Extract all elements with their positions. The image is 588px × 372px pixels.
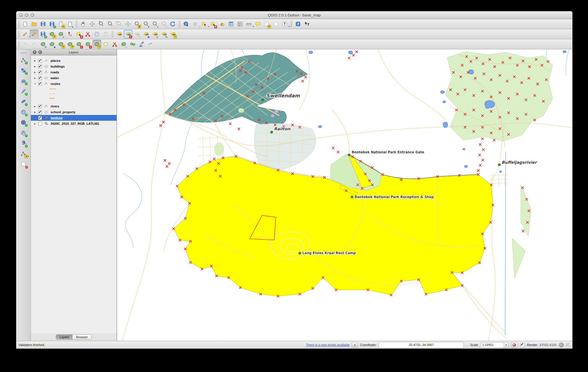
zoom-native-button[interactable]: 1:1 xyxy=(115,20,123,28)
map-canvas[interactable]: SwellendamRailtonBontebok National Park … xyxy=(117,49,572,341)
open-attribute-table-button[interactable] xyxy=(227,20,235,28)
minimize-window-button[interactable] xyxy=(25,13,28,17)
cut-features-button[interactable] xyxy=(84,30,92,38)
pan-map-button[interactable] xyxy=(79,20,88,28)
undo-button[interactable] xyxy=(21,40,29,49)
rotate-point-symbols-button[interactable] xyxy=(146,40,155,49)
add-part-button[interactable]: ★ xyxy=(66,40,74,49)
merge-feature-attributes-button[interactable] xyxy=(137,40,146,49)
layer-item-school_property[interactable]: ▶school_property xyxy=(31,109,117,115)
panel-float-icon[interactable]: ◱ xyxy=(38,50,42,54)
remove-layer-button[interactable]: − xyxy=(19,159,28,169)
add-wfs-layer-button[interactable]: + xyxy=(19,128,28,137)
add-oracle-layer-button[interactable]: + xyxy=(19,139,28,148)
identify-features-button[interactable] xyxy=(182,20,191,28)
show-hide-labels-button[interactable]: ◉ xyxy=(142,30,150,38)
add-spatialite-layer-button[interactable]: + xyxy=(19,87,28,96)
add-postgis-layer-button[interactable]: + xyxy=(19,76,28,85)
layer-expander-icon[interactable]: ▼ xyxy=(33,83,37,85)
simplify-feature-button[interactable]: ◆ xyxy=(48,40,56,49)
zoom-window-button[interactable] xyxy=(31,13,34,17)
rotate-label-button[interactable]: ↻ xyxy=(160,30,168,38)
change-label-properties-button[interactable]: ✎ xyxy=(169,30,177,38)
project-save-as-button[interactable]: ✎ xyxy=(48,20,56,28)
add-feature-button[interactable]: ★ xyxy=(48,30,56,38)
composer-manager-button[interactable]: s xyxy=(66,20,74,28)
layer-item-places[interactable]: ▶places xyxy=(31,58,117,64)
panel-tab-browser[interactable]: Browser xyxy=(73,335,91,339)
zoom-in-button[interactable]: + xyxy=(97,20,106,28)
layer-item-3420C_2010_327_RGB_LATLNG[interactable]: ▶3420C_2010_327_RGB_LATLNG xyxy=(31,121,117,127)
layer-expander-icon[interactable]: ▶ xyxy=(33,59,37,62)
delete-part-button[interactable]: x xyxy=(84,40,92,49)
layer-visibility-checkbox[interactable] xyxy=(38,70,42,74)
close-window-button[interactable] xyxy=(19,13,23,17)
zoom-out-button[interactable]: − xyxy=(106,20,114,28)
help-button[interactable] xyxy=(294,20,302,28)
layer-visibility-checkbox[interactable] xyxy=(38,116,42,120)
layer-expander-icon[interactable]: ▶ xyxy=(33,111,37,114)
new-shapefile-layer-button[interactable]: ★▾ xyxy=(19,149,28,158)
offset-curve-button[interactable] xyxy=(101,40,110,49)
layer-expander-icon[interactable]: ▶ xyxy=(33,65,37,68)
zoom-to-layer-button[interactable]: ● xyxy=(142,20,150,28)
layer-item-routes[interactable]: ▼routes xyxy=(31,81,117,87)
scale-dropdown-icon[interactable]: ▼ xyxy=(504,343,509,347)
save-layer-edits-button[interactable]: ✎ xyxy=(39,30,47,38)
layer-expander-icon[interactable]: ▶ xyxy=(33,117,37,119)
layer-visibility-checkbox[interactable] xyxy=(38,105,42,108)
paste-features-button[interactable] xyxy=(101,30,110,38)
show-bookmarks-button[interactable] xyxy=(271,20,280,28)
layer-item-rivers[interactable]: ▶rivers xyxy=(31,103,117,109)
highlight-pinned-labels-button[interactable]: ● xyxy=(133,30,141,38)
move-feature-button[interactable]: ▸ xyxy=(57,30,65,38)
layer-item-buildings[interactable]: ▶buildings xyxy=(31,64,117,69)
toggle-editing-button[interactable] xyxy=(30,30,38,38)
delete-selected-button[interactable]: x xyxy=(75,30,83,38)
measure-button[interactable]: ▾ xyxy=(245,20,253,28)
node-tool-button[interactable] xyxy=(66,30,74,38)
new-bookmark-button[interactable]: ★ xyxy=(262,20,271,28)
add-raster-layer-button[interactable]: + xyxy=(19,66,28,75)
field-calculator-button[interactable] xyxy=(236,20,244,28)
add-wcs-layer-button[interactable]: + xyxy=(19,118,28,127)
pin-label-button[interactable]: ● xyxy=(124,30,132,38)
panel-close-icon[interactable]: ✕ xyxy=(33,50,36,54)
zoom-next-button[interactable]: ▸ xyxy=(160,20,168,28)
layer-visibility-checkbox[interactable] xyxy=(38,76,42,80)
refresh-map-button[interactable] xyxy=(169,20,177,28)
copy-features-button[interactable] xyxy=(93,30,101,38)
layer-visibility-checkbox[interactable] xyxy=(38,59,42,63)
scale-combo[interactable]: 1:19951 ▼ xyxy=(480,342,509,348)
whats-this-button[interactable] xyxy=(303,20,311,28)
title-bar[interactable]: QGIS 2.0.1-Dufour - basic_map xyxy=(16,11,572,19)
add-vector-layer-button[interactable]: + xyxy=(19,55,28,65)
reshape-features-button[interactable]: ▼ xyxy=(93,40,101,49)
resize-grip[interactable] xyxy=(566,343,570,347)
redo-button[interactable] xyxy=(30,40,38,49)
panel-tab-layers[interactable]: Layers xyxy=(56,335,73,339)
layer-expander-icon[interactable]: ▶ xyxy=(33,105,37,108)
run-feature-action-button[interactable]: ▾ xyxy=(191,20,199,28)
coordinate-input[interactable] xyxy=(379,342,464,348)
layer-visibility-checkbox[interactable] xyxy=(38,82,42,86)
text-annotation-button[interactable]: ▾ xyxy=(280,20,289,28)
map-tips-button[interactable] xyxy=(254,20,262,28)
layer-item-roads[interactable]: ▶roads xyxy=(31,69,117,75)
plugin-available-link[interactable]: There is a new plugin available xyxy=(306,343,350,347)
layer-item-landuse[interactable]: ▶landuse xyxy=(31,115,117,121)
render-checkbox[interactable] xyxy=(520,343,525,347)
layer-expander-icon[interactable]: ▶ xyxy=(33,122,37,125)
labeling-button[interactable] xyxy=(115,30,123,38)
layer-visibility-checkbox[interactable] xyxy=(38,110,42,114)
select-features-button[interactable]: ▾ xyxy=(200,20,208,28)
project-save-button[interactable] xyxy=(39,20,47,28)
deselect-features-button[interactable]: Ø xyxy=(209,20,217,28)
zoom-to-selection-button[interactable]: ▮ xyxy=(133,20,141,28)
current-edits-button[interactable]: ▾ xyxy=(21,30,29,38)
layer-item-water[interactable]: ▶water xyxy=(31,75,117,81)
layer-expander-icon[interactable]: ▶ xyxy=(33,77,37,79)
crs-status-icon[interactable] xyxy=(559,343,564,347)
move-label-button[interactable]: ▸ xyxy=(151,30,159,38)
plugin-icon[interactable] xyxy=(352,342,358,348)
